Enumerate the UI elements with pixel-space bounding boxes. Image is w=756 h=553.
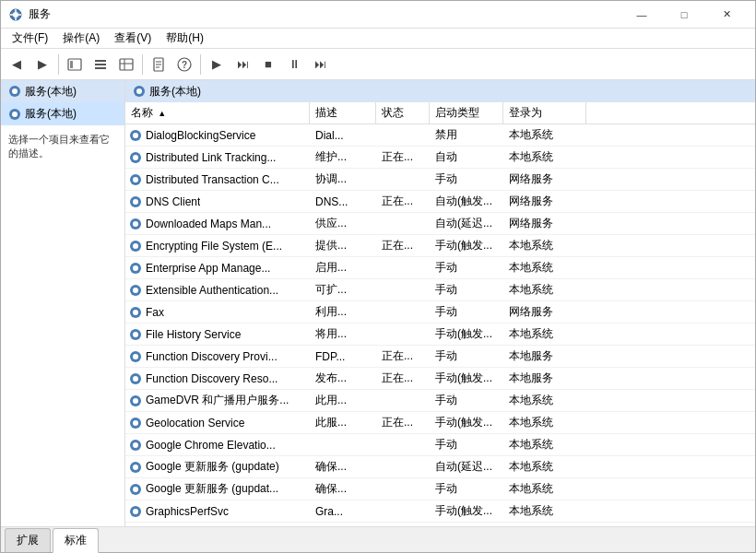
service-startup-cell: 手动 [430,346,503,367]
service-desc-cell: 协调... [310,169,376,190]
service-startup-cell: 手动 [430,478,503,500]
service-desc-cell: 维护... [310,147,376,168]
service-startup-cell: 手动(触发... [430,368,503,389]
help-button[interactable]: ? [172,53,196,76]
svg-point-39 [133,265,138,271]
service-startup-cell: 手动 [430,390,503,411]
table-row[interactable]: Enterprise App Manage...启用...手动本地系统 [125,257,755,279]
svg-point-41 [133,288,138,293]
svg-point-43 [133,310,138,315]
service-desc-cell: 可扩... [310,279,376,300]
service-desc-cell: Dial... [310,126,376,145]
bottom-tab-扩展[interactable]: 扩展 [5,528,51,552]
table-row[interactable]: DialogBlockingServiceDial...禁用本地系统 [125,124,755,147]
menu-item-f[interactable]: 文件(F) [5,29,55,48]
left-description: 选择一个项目来查看它的描述。 [1,125,124,526]
service-status-cell [376,509,430,514]
bottom-tab-标准[interactable]: 标准 [53,528,99,553]
col-header-startup[interactable]: 启动类型 [430,102,503,124]
svg-text:?: ? [182,60,187,70]
col-header-login[interactable]: 登录为 [503,102,586,124]
pause-service-button[interactable]: ⏸ [282,53,306,76]
service-desc-cell: 发布... [310,368,376,389]
start-service2-button[interactable]: ⏭ [230,53,254,76]
service-desc-cell: 利用... [310,301,376,323]
table-row[interactable]: Google 更新服务 (gupdate)确保...自动(延迟...本地系统 [125,456,755,478]
table-row[interactable]: Function Discovery Provi...FDP...正在...手动… [125,346,755,368]
restart-service-button[interactable]: ⏭ [308,53,332,76]
service-login-cell: 本地系统 [503,434,586,455]
show-hide-button[interactable] [63,53,87,76]
menu-item-a[interactable]: 操作(A) [55,29,107,48]
service-name: Distributed Link Tracking... [146,151,276,164]
service-name: Fax [146,306,164,319]
service-name-cell: Function Discovery Provi... [125,347,310,366]
left-panel-header: 服务(本地) [1,80,124,102]
detail-view-button[interactable] [114,53,138,76]
service-login-cell: 本地系统 [503,412,586,433]
main-content: 服务(本地) 服务(本地) 选择一个项目来查看它的描述。 服务(本地) [1,80,755,526]
table-row[interactable]: File History Service将用...手动(触发...本地系统 [125,324,755,346]
services-local-icon [8,108,21,121]
list-view-button[interactable] [89,53,112,76]
table-row[interactable]: Extensible Authentication...可扩...手动本地系统 [125,279,755,301]
table-row[interactable]: Downloaded Maps Man...供应...自动(延迟...网络服务 [125,213,755,235]
back-button[interactable]: ◀ [5,53,29,76]
table-row[interactable]: Distributed Link Tracking...维护...正在...自动… [125,147,755,169]
service-status-cell [376,398,430,404]
service-name-cell: Google 更新服务 (gupdate) [125,456,310,477]
table-row[interactable]: GameDVR 和广播用户服务...此用...手动本地系统 [125,390,755,412]
service-status-cell: 正在... [376,412,430,433]
table-row[interactable]: Function Discovery Reso...发布...正在...手动(触… [125,368,755,390]
service-desc-cell: 此服... [310,412,376,433]
col-header-desc[interactable]: 描述 [310,102,376,124]
svg-point-1 [13,12,18,18]
service-status-cell: 正在... [376,368,430,389]
service-icon [129,195,142,208]
forward-button[interactable]: ▶ [30,53,54,76]
minimize-button[interactable]: — [620,1,663,29]
service-name: Downloaded Maps Man... [146,218,271,230]
toolbar-sep-2 [142,54,143,75]
service-icon [129,394,142,407]
maximize-button[interactable]: □ [663,1,705,29]
col-header-name[interactable]: 名称 ▲ [125,102,310,124]
service-name: Google Chrome Elevatio... [146,439,276,452]
service-status-cell: 正在... [376,191,430,212]
service-name-cell: File History Service [125,325,310,344]
service-table[interactable]: 名称 ▲ 描述 状态 启动类型 登录为 Dia [125,102,755,526]
service-status-cell [376,221,430,227]
service-icon [129,439,142,452]
service-name-cell: Distributed Link Tracking... [125,148,310,167]
service-startup-cell: 自动(触发... [430,191,503,212]
service-login-cell: 本地系统 [503,279,586,300]
close-button[interactable]: ✕ [705,1,748,29]
start-service-button[interactable]: ▶ [205,53,229,76]
sidebar-item-services-local[interactable]: 服务(本地) [1,102,124,125]
properties-button[interactable] [147,53,171,76]
service-startup-cell: 手动(触发... [430,324,503,345]
stop-service-button[interactable]: ■ [256,53,280,76]
service-name: Function Discovery Reso... [146,372,278,385]
service-status-cell: 正在... [376,147,430,168]
service-icon [129,505,142,518]
service-name: Enterprise App Manage... [146,262,270,275]
service-startup-cell: 自动(延迟... [430,456,503,477]
table-row[interactable]: Distributed Transaction C...协调...手动网络服务 [125,169,755,191]
table-row[interactable]: Google 更新服务 (gupdat...确保...手动本地系统 [125,478,755,500]
toolbar-sep-3 [200,54,201,75]
table-row[interactable]: Geolocation Service此服...正在...手动(触发...本地系… [125,412,755,434]
table-row[interactable]: GraphicsPerfSvcGra...手动(触发...本地系统 [125,500,755,523]
table-row[interactable]: Google Chrome Elevatio...手动本地系统 [125,434,755,456]
svg-point-27 [133,133,138,138]
service-name: Google 更新服务 (gupdat... [146,481,278,497]
table-row[interactable]: DNS ClientDNS...正在...自动(触发...网络服务 [125,191,755,213]
table-row[interactable]: Fax利用...手动网络服务 [125,301,755,324]
service-desc-cell: DNS... [310,193,376,211]
menu-item-v[interactable]: 查看(V) [107,29,159,48]
menu-item-h[interactable]: 帮助(H) [159,29,211,48]
table-row[interactable]: Encrypting File System (E...提供...正在...手动… [125,235,755,257]
svg-point-33 [133,199,138,205]
svg-point-21 [12,88,18,94]
col-header-status[interactable]: 状态 [376,102,430,124]
